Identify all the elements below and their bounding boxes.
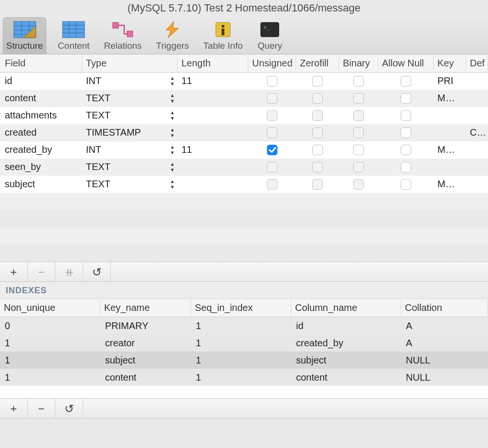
- cell-default: [466, 79, 488, 83]
- checkbox[interactable]: [401, 76, 411, 86]
- checkbox[interactable]: [267, 162, 277, 172]
- checkbox[interactable]: [312, 110, 323, 121]
- checkbox[interactable]: [267, 76, 277, 86]
- cell-type[interactable]: INT: [82, 142, 178, 157]
- tab-structure[interactable]: Structure: [3, 17, 46, 54]
- tab-triggers[interactable]: Triggers: [153, 18, 192, 54]
- refresh-fields-button[interactable]: ↻: [83, 262, 111, 282]
- table-row[interactable]: subjectTEXTM…: [0, 176, 488, 193]
- cell-key: [434, 165, 466, 169]
- cell-length[interactable]: [178, 182, 248, 186]
- index-row[interactable]: 0PRIMARY1idA: [0, 317, 488, 334]
- cell-length[interactable]: [178, 131, 248, 135]
- content-icon: [61, 20, 86, 40]
- cell-type[interactable]: TEXT: [82, 108, 178, 123]
- index-row[interactable]: 1content1contentNULL: [0, 369, 488, 386]
- type-stepper[interactable]: [169, 110, 176, 121]
- col-columnname[interactable]: Column_name: [291, 299, 401, 316]
- remove-index-button[interactable]: −: [28, 399, 55, 418]
- checkbox[interactable]: [401, 162, 411, 172]
- table-row[interactable]: seen_byTEXT: [0, 159, 488, 176]
- checkbox[interactable]: [401, 93, 411, 104]
- type-stepper[interactable]: [169, 161, 176, 172]
- col-length[interactable]: Length: [178, 55, 248, 72]
- checkbox[interactable]: [267, 179, 277, 190]
- checkbox[interactable]: [312, 93, 323, 104]
- checkbox[interactable]: [267, 145, 277, 155]
- checkbox[interactable]: [401, 128, 411, 138]
- col-seq[interactable]: Seq_in_index: [191, 299, 291, 316]
- tab-query[interactable]: >_ Query: [254, 18, 286, 54]
- col-key[interactable]: Key: [434, 55, 466, 72]
- tab-table-info[interactable]: Table Info: [201, 18, 245, 54]
- checkbox[interactable]: [267, 93, 277, 104]
- type-stepper[interactable]: [169, 144, 176, 155]
- checkbox[interactable]: [312, 162, 323, 172]
- checkbox[interactable]: [401, 179, 411, 190]
- cell-length[interactable]: 11: [178, 74, 248, 88]
- col-keyname[interactable]: Key_name: [100, 299, 191, 316]
- table-row[interactable]: created_byINT11M…: [0, 141, 488, 159]
- cell-length[interactable]: [178, 114, 248, 117]
- type-stepper[interactable]: [169, 127, 176, 138]
- type-stepper[interactable]: [169, 179, 176, 190]
- checkbox[interactable]: [401, 145, 411, 155]
- window-title: (MySQL 5.7.10) Test 2 Homestead/1066/mes…: [0, 0, 488, 15]
- col-nonunique[interactable]: Non_unique: [0, 299, 100, 316]
- cell-nonunique: 1: [0, 336, 100, 351]
- checkbox[interactable]: [353, 110, 364, 121]
- add-index-button[interactable]: +: [0, 399, 28, 418]
- checkbox[interactable]: [312, 128, 323, 138]
- cell-type[interactable]: TEXT: [82, 91, 178, 106]
- table-row[interactable]: contentTEXTM…: [0, 90, 488, 107]
- add-field-button[interactable]: +: [0, 262, 28, 282]
- table-row[interactable]: attachmentsTEXT: [0, 107, 488, 124]
- checkbox[interactable]: [353, 93, 364, 104]
- col-unsigned[interactable]: Unsigned: [248, 55, 296, 72]
- cell-type[interactable]: TEXT: [82, 160, 178, 174]
- cell-length[interactable]: [178, 96, 248, 100]
- remove-field-button[interactable]: −: [28, 262, 55, 282]
- cell-default: [466, 96, 488, 100]
- cell-type[interactable]: INT: [82, 74, 178, 88]
- col-field[interactable]: Field: [0, 55, 82, 72]
- index-row[interactable]: 1subject1subjectNULL: [0, 352, 488, 369]
- checkbox[interactable]: [353, 145, 364, 155]
- checkbox[interactable]: [267, 128, 277, 138]
- col-type[interactable]: Type: [82, 55, 178, 72]
- svg-rect-13: [113, 22, 118, 28]
- type-stepper[interactable]: [169, 93, 176, 104]
- cell-type[interactable]: TEXT: [82, 177, 178, 192]
- table-row[interactable]: createdTIMESTAMPCUI: [0, 124, 488, 141]
- col-zerofill[interactable]: Zerofill: [296, 55, 339, 72]
- checkbox[interactable]: [353, 179, 364, 190]
- col-collation[interactable]: Collation: [401, 299, 488, 316]
- checkbox[interactable]: [353, 128, 364, 138]
- table-row[interactable]: idINT11PRI: [0, 73, 488, 90]
- col-binary[interactable]: Binary: [339, 55, 378, 72]
- checkbox[interactable]: [401, 110, 411, 121]
- cell-field: content: [0, 91, 82, 106]
- cell-type[interactable]: TIMESTAMP: [82, 125, 178, 140]
- col-default[interactable]: Def: [466, 55, 488, 72]
- checkbox[interactable]: [312, 145, 323, 155]
- checkbox[interactable]: [353, 162, 364, 172]
- type-stepper[interactable]: [169, 75, 176, 86]
- checkbox[interactable]: [353, 76, 364, 86]
- cell-collation: NULL: [401, 370, 488, 385]
- checkbox[interactable]: [267, 110, 277, 121]
- tab-label: Table Info: [203, 41, 243, 51]
- cell-key: PRI: [434, 74, 466, 88]
- cell-length[interactable]: [178, 165, 248, 169]
- link-field-button[interactable]: ⧺: [55, 262, 83, 282]
- index-row[interactable]: 1creator1created_byA: [0, 334, 488, 352]
- refresh-indexes-button[interactable]: ↻: [55, 399, 83, 418]
- col-allownull[interactable]: Allow Null: [378, 55, 434, 72]
- cell-length[interactable]: 11: [178, 142, 248, 157]
- tab-content[interactable]: Content: [55, 18, 93, 54]
- structure-icon: [12, 20, 38, 40]
- checkbox[interactable]: [312, 179, 323, 190]
- cell-field: subject: [0, 177, 82, 192]
- checkbox[interactable]: [312, 76, 323, 86]
- tab-relations[interactable]: Relations: [101, 18, 145, 54]
